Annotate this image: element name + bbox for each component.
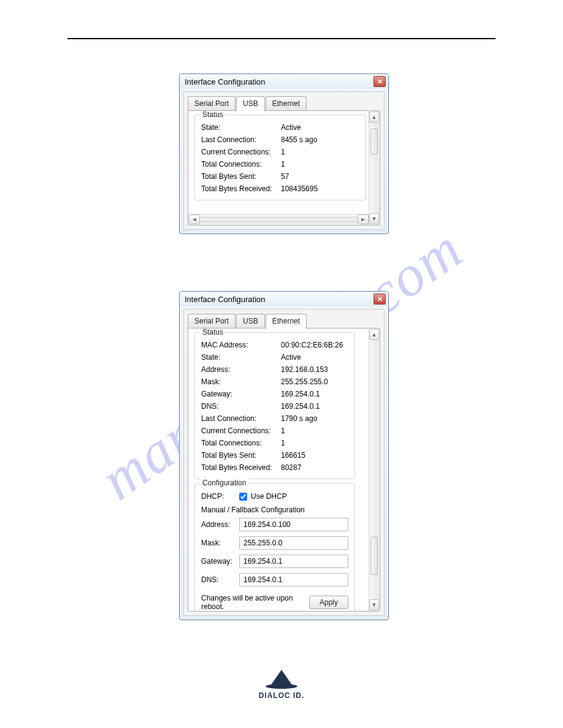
status-address-row: Address: 192.168.0.153 (201, 363, 348, 376)
tab-bar: Serial Port USB Ethernet (184, 309, 384, 328)
value-curconn: 1 (281, 148, 359, 156)
titlebar: Interface Configuration ✕ (180, 74, 388, 89)
status-curconn-row: Current Connections: 1 (201, 425, 348, 437)
fallback-header: Manual / Fallback Configuration (201, 503, 348, 515)
value-gateway: 169.254.0.1 (281, 390, 348, 398)
status-dns-row: DNS: 169.254.0.1 (201, 400, 348, 412)
tab-serial-port[interactable]: Serial Port (188, 96, 236, 111)
value-lastconn: 8455 s ago (281, 135, 359, 144)
status-curconn-row: Current Connections: 1 (201, 146, 359, 158)
label-curconn: Current Connections: (201, 148, 281, 156)
tab-bar: Serial Port USB Ethernet (184, 92, 384, 111)
value-recv: 108435695 (281, 184, 359, 193)
label-recv: Total Bytes Received: (201, 184, 281, 193)
label-state: State: (201, 123, 281, 132)
status-lastconn-row: Last Connection: 1790 s ago (201, 412, 348, 425)
status-group: Status MAC Address: 00:90:C2:E6:6B:26 St… (194, 332, 355, 479)
label-lastconn: Last Connection: (201, 414, 281, 423)
apply-note: Changes will be active upon reboot. (201, 594, 309, 611)
scroll-down-icon[interactable]: ▼ (369, 599, 379, 610)
titlebar: Interface Configuration ✕ (180, 292, 388, 306)
window-title: Interface Configuration (185, 295, 266, 304)
client-area: Serial Port USB Ethernet Status MAC Addr… (183, 309, 385, 616)
scroll-thumb[interactable] (370, 537, 378, 575)
label-curconn: Current Connections: (201, 427, 281, 435)
label-totconn: Total Connections: (201, 160, 281, 169)
logo-text: DIALOC ID. (259, 691, 305, 700)
address-input[interactable] (239, 518, 348, 531)
value-sent: 57 (281, 172, 359, 181)
mask-input[interactable] (239, 536, 348, 550)
label-dhcp: DHCP: (201, 492, 239, 501)
scroll-thumb[interactable] (370, 129, 378, 154)
close-button[interactable]: ✕ (373, 294, 386, 305)
label-lastconn: Last Connection: (201, 135, 281, 144)
label-totconn: Total Connections: (201, 439, 281, 447)
gateway-input[interactable] (239, 555, 348, 568)
value-totconn: 1 (281, 160, 359, 169)
horizontal-scrollbar[interactable]: ◄ ► (189, 214, 369, 224)
status-sent-row: Total Bytes Sent: 57 (201, 170, 359, 183)
dhcp-checkbox[interactable] (239, 493, 247, 501)
configuration-group: Configuration DHCP: Use DHCP Manual / Fa… (194, 483, 355, 611)
status-mac-row: MAC Address: 00:90:C2:E6:6B:26 (201, 339, 348, 351)
interface-config-dialog-ethernet: Interface Configuration ✕ Serial Port US… (179, 291, 389, 620)
logo-oval-icon (266, 684, 297, 689)
status-recv-row: Total Bytes Received: 108435695 (201, 183, 359, 195)
interface-config-dialog-usb: Interface Configuration ✕ Serial Port US… (179, 74, 389, 234)
close-button[interactable]: ✕ (373, 76, 386, 87)
value-mac: 00:90:C2:E6:6B:26 (281, 341, 348, 349)
tab-usb[interactable]: USB (236, 314, 265, 328)
tab-usb[interactable]: USB (236, 96, 265, 112)
value-curconn: 1 (281, 427, 348, 435)
brand-logo: DIALOC ID. (0, 670, 563, 700)
status-gateway-row: Gateway: 169.254.0.1 (201, 388, 348, 400)
status-totconn-row: Total Connections: 1 (201, 158, 359, 170)
address-row: Address: (201, 515, 348, 534)
label-state: State: (201, 353, 281, 362)
group-legend: Status (200, 110, 226, 119)
label-mac: MAC Address: (201, 341, 281, 349)
dhcp-row: DHCP: Use DHCP (201, 490, 348, 503)
group-legend: Status (200, 328, 226, 336)
status-mask-row: Mask: 255.255.255.0 (201, 376, 348, 388)
gateway-row: Gateway: (201, 552, 348, 571)
close-icon: ✕ (377, 78, 383, 85)
status-state-row: State: Active (201, 121, 359, 134)
scroll-up-icon[interactable]: ▲ (369, 112, 379, 123)
scroll-up-icon[interactable]: ▲ (369, 329, 379, 340)
tab-ethernet[interactable]: Ethernet (266, 314, 307, 329)
tabpage-ethernet: Status MAC Address: 00:90:C2:E6:6B:26 St… (188, 328, 380, 612)
label-mask: Mask: (201, 377, 281, 386)
apply-row: Changes will be active upon reboot. Appl… (201, 589, 348, 611)
value-recv: 80287 (281, 463, 348, 472)
dns-input[interactable] (239, 573, 348, 586)
status-group: Status State: Active Last Connection: 84… (194, 115, 366, 200)
label-dns: DNS: (201, 575, 239, 584)
mask-row: Mask: (201, 534, 348, 552)
value-sent: 166615 (281, 451, 348, 460)
vertical-scrollbar[interactable]: ▲ ▼ (369, 329, 379, 610)
close-icon: ✕ (377, 296, 383, 303)
label-gateway: Gateway: (201, 390, 281, 398)
apply-button[interactable]: Apply (309, 596, 348, 609)
vertical-scrollbar[interactable]: ▲ ▼ (369, 112, 379, 224)
status-totconn-row: Total Connections: 1 (201, 437, 348, 449)
status-state-row: State: Active (201, 351, 348, 363)
label-sent: Total Bytes Sent: (201, 172, 281, 181)
label-recv: Total Bytes Received: (201, 463, 281, 472)
value-lastconn: 1790 s ago (281, 414, 348, 423)
hscroll-track[interactable] (200, 214, 358, 224)
label-dns: DNS: (201, 402, 281, 411)
scroll-left-icon[interactable]: ◄ (189, 214, 200, 224)
scroll-right-icon[interactable]: ► (358, 214, 369, 224)
scroll-down-icon[interactable]: ▼ (369, 213, 379, 224)
value-address: 192.168.0.153 (281, 365, 348, 374)
window-title: Interface Configuration (185, 77, 266, 86)
tabpage-usb: Status State: Active Last Connection: 84… (188, 110, 380, 226)
label-gateway: Gateway: (201, 557, 239, 566)
tab-serial-port[interactable]: Serial Port (188, 314, 236, 328)
tab-ethernet[interactable]: Ethernet (266, 96, 307, 111)
label-address: Address: (201, 365, 281, 374)
value-mask: 255.255.255.0 (281, 377, 348, 386)
